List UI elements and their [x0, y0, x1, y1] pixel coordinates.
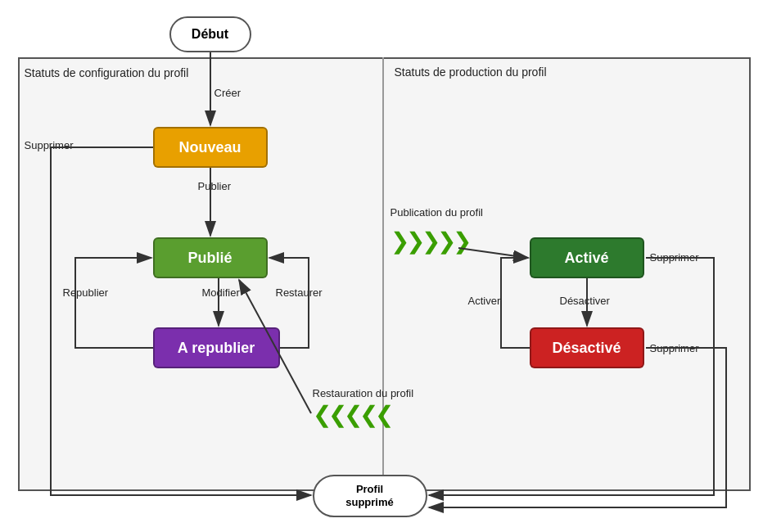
label-supprimer-nouveau: Supprimer: [25, 139, 74, 151]
label-supprimer-active: Supprimer: [650, 251, 699, 264]
label-restauration-profil: Restauration du profil: [313, 387, 414, 399]
publie-label: Publié: [187, 250, 232, 267]
label-modifier: Modifier: [202, 286, 240, 299]
arepublier-label: A republier: [178, 340, 255, 357]
label-restaurer: Restaurer: [276, 286, 323, 299]
label-supprimer-desactive: Supprimer: [650, 342, 699, 354]
label-creer: Créer: [214, 87, 242, 99]
state-active: Activé: [530, 237, 644, 278]
section-config-label: Statuts de configuration du profil: [25, 65, 189, 82]
node-debut: Début: [169, 16, 251, 52]
label-republier: Republier: [63, 286, 109, 299]
label-publier: Publier: [198, 180, 231, 192]
active-label: Activé: [564, 250, 608, 267]
label-publication-profil: Publication du profil: [391, 206, 483, 219]
desactive-label: Désactivé: [552, 340, 621, 357]
state-desactive: Désactivé: [530, 327, 644, 368]
nouveau-label: Nouveau: [178, 139, 241, 156]
state-nouveau: Nouveau: [153, 127, 268, 168]
chevrons-publication: ❯❯❯❯❯: [391, 228, 468, 255]
node-profil-supprime: Profilsupprimé: [313, 475, 427, 517]
label-activer: Activer: [468, 295, 501, 307]
state-arepublier: A republier: [153, 327, 280, 368]
debut-label: Début: [192, 27, 228, 42]
label-desactiver: Désactiver: [560, 295, 610, 307]
diagram-container: Statuts de configuration du profil Statu…: [10, 8, 763, 524]
profil-supprime-label: Profilsupprimé: [345, 483, 394, 508]
section-prod-label: Statuts de production du profil: [395, 65, 547, 79]
state-publie: Publié: [153, 237, 268, 278]
chevrons-restauration: ❮❮❮❮❮: [313, 401, 391, 428]
